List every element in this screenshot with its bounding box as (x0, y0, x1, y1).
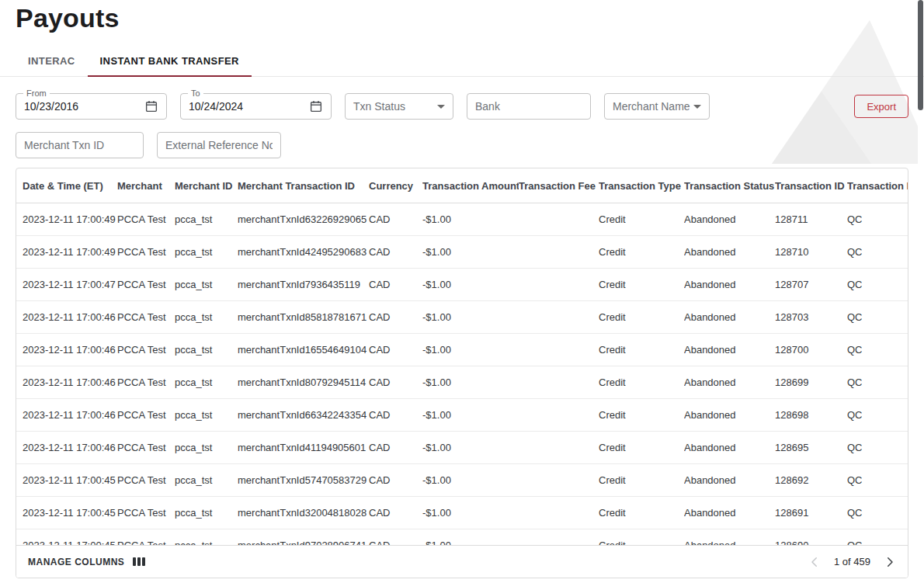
table-row: 2023-12-11 17:00:47 PCCA Test pcca_tst m… (16, 269, 908, 301)
column-header-transaction-type: Transaction Type (599, 180, 684, 192)
external-reference-field[interactable] (157, 132, 281, 158)
cell-transaction-status: Abandoned (684, 540, 775, 545)
cell-transaction-amount: -$1.00 (422, 442, 519, 453)
cell-currency: CAD (369, 409, 422, 421)
column-header-merchant-id: Merchant ID (175, 180, 238, 192)
cell-transaction-amount: -$1.00 (422, 540, 519, 545)
previous-page-button[interactable] (806, 554, 823, 571)
cell-transaction-region: QC (847, 507, 908, 519)
cell-merchant: PCCA Test (117, 279, 175, 290)
cell-currency: CAD (369, 377, 422, 388)
cell-merchant: PCCA Test (117, 409, 175, 421)
cell-transaction-type: Credit (599, 507, 684, 519)
next-page-button[interactable] (881, 554, 898, 571)
cell-transaction-id: 128707 (775, 279, 847, 290)
cell-date-time: 2023-12-11 17:00:45 (23, 540, 117, 545)
cell-transaction-region: QC (847, 279, 908, 290)
cell-merchant-id: pcca_tst (175, 377, 238, 388)
bank-input[interactable] (475, 100, 582, 113)
cell-date-time: 2023-12-11 17:00:46 (23, 311, 117, 323)
cell-transaction-status: Abandoned (684, 507, 775, 519)
cell-date-time: 2023-12-11 17:00:46 (23, 442, 117, 453)
cell-transaction-amount: -$1.00 (422, 474, 519, 486)
from-date-input[interactable] (24, 100, 144, 113)
scrollbar-thumb[interactable] (918, 0, 923, 110)
from-calendar-button[interactable] (144, 99, 158, 113)
cell-currency: CAD (369, 279, 422, 290)
column-header-transaction-id: Transaction ID (775, 180, 847, 192)
cell-transaction-amount: -$1.00 (422, 279, 519, 290)
cell-currency: CAD (369, 540, 422, 545)
cell-transaction-status: Abandoned (684, 442, 775, 453)
manage-columns-button[interactable]: MANAGE COLUMNS (28, 557, 145, 567)
cell-merchant: PCCA Test (117, 377, 175, 388)
cell-merchant-id: pcca_tst (175, 442, 238, 453)
merchant-name-label: Merchant Name (613, 100, 690, 113)
from-date-label: From (23, 88, 50, 99)
tab-interac[interactable]: INTERAC (16, 50, 88, 77)
external-reference-input[interactable] (165, 139, 273, 151)
column-header-transaction-amount: Transaction Amount (422, 180, 519, 192)
merchant-name-select[interactable]: Merchant Name (604, 93, 710, 120)
cell-transaction-amount: -$1.00 (422, 213, 519, 225)
cell-merchant-id: pcca_tst (175, 311, 238, 323)
pagination: 1 of 459 (806, 554, 898, 571)
column-header-merchant: Merchant (117, 180, 175, 192)
merchant-txn-id-input[interactable] (24, 139, 135, 151)
table-header-row: Date & Time (ET) Merchant Merchant ID Me… (16, 168, 908, 203)
cell-currency: CAD (369, 311, 422, 323)
cell-transaction-id: 128710 (775, 246, 847, 258)
txn-status-select[interactable]: Txn Status (345, 93, 453, 120)
cell-merchant-transaction-id: merchantTxnId97028906741 (238, 540, 369, 545)
cell-merchant-transaction-id: merchantTxnId41194905601 (238, 442, 369, 453)
cell-merchant: PCCA Test (117, 213, 175, 225)
cell-transaction-amount: -$1.00 (422, 344, 519, 356)
cell-date-time: 2023-12-11 17:00:46 (23, 377, 117, 388)
cell-currency: CAD (369, 246, 422, 258)
cell-merchant-id: pcca_tst (175, 507, 238, 519)
cell-transaction-type: Credit (599, 344, 684, 356)
txn-status-label: Txn Status (353, 100, 405, 113)
cell-transaction-region: QC (847, 442, 908, 453)
table-row: 2023-12-11 17:00:46 PCCA Test pcca_tst m… (16, 399, 908, 432)
page-indicator: 1 of 459 (834, 556, 870, 567)
export-button[interactable]: Export (854, 95, 908, 118)
table-body: 2023-12-11 17:00:49 PCCA Test pcca_tst m… (16, 203, 908, 545)
column-header-transaction-fee: Transaction Fee (519, 180, 599, 192)
cell-transaction-region: QC (847, 474, 908, 486)
payouts-table: Date & Time (ET) Merchant Merchant ID Me… (16, 168, 908, 578)
cell-transaction-status: Abandoned (684, 377, 775, 388)
cell-merchant-id: pcca_tst (175, 279, 238, 290)
cell-merchant-transaction-id: merchantTxnId32004818028 (238, 507, 369, 519)
dropdown-caret-icon (693, 105, 701, 109)
cell-transaction-type: Credit (599, 311, 684, 323)
column-header-currency: Currency (369, 180, 422, 192)
cell-merchant-transaction-id: merchantTxnId66342243354 (238, 409, 369, 421)
cell-transaction-type: Credit (599, 377, 684, 388)
cell-currency: CAD (369, 344, 422, 356)
cell-transaction-id: 128699 (775, 377, 847, 388)
from-date-field[interactable]: From (16, 93, 167, 120)
cell-transaction-region: QC (847, 377, 908, 388)
column-header-transaction-region: Transaction Region (847, 180, 908, 192)
to-date-input[interactable] (189, 100, 309, 113)
cell-transaction-region: QC (847, 409, 908, 421)
table-footer: MANAGE COLUMNS 1 of 459 (16, 545, 908, 578)
merchant-txn-id-field[interactable] (16, 132, 144, 158)
cell-transaction-type: Credit (599, 442, 684, 453)
manage-columns-label: MANAGE COLUMNS (28, 557, 124, 567)
cell-transaction-region: QC (847, 246, 908, 258)
to-date-field[interactable]: To (180, 93, 332, 120)
cell-transaction-region: QC (847, 540, 908, 545)
cell-date-time: 2023-12-11 17:00:49 (23, 246, 117, 258)
table-row: 2023-12-11 17:00:49 PCCA Test pcca_tst m… (16, 203, 908, 236)
cell-merchant-transaction-id: merchantTxnId85818781671 (238, 311, 369, 323)
cell-transaction-amount: -$1.00 (422, 311, 519, 323)
calendar-icon (144, 99, 158, 113)
column-header-merchant-transaction-id: Merchant Transaction ID (238, 180, 369, 192)
cell-merchant: PCCA Test (117, 246, 175, 258)
tab-instant-bank-transfer[interactable]: INSTANT BANK TRANSFER (88, 50, 252, 77)
to-calendar-button[interactable] (309, 99, 323, 113)
bank-field[interactable] (467, 93, 591, 120)
cell-transaction-region: QC (847, 213, 908, 225)
